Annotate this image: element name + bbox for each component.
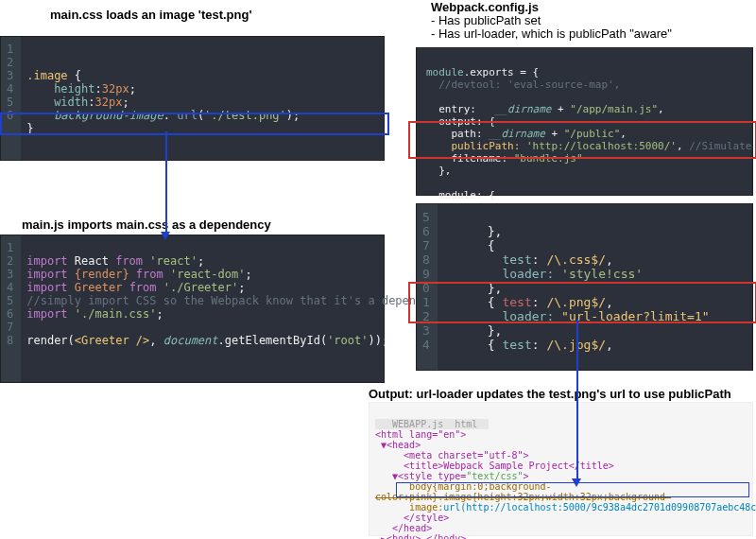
gutter-js: 1 2 3 4 5 6 7 8 bbox=[1, 235, 21, 382]
css-prop: background-image bbox=[26, 109, 163, 122]
caption-output: Output: url-loader updates the test.png'… bbox=[369, 387, 731, 401]
lineno: 1 bbox=[7, 43, 13, 56]
lineno: 6 bbox=[7, 109, 13, 122]
lineno: 2 bbox=[422, 309, 430, 323]
output-titlebar: WEBAPP.js html bbox=[375, 419, 489, 429]
lineno: 3 bbox=[422, 323, 430, 338]
js-comment: //simply import CSS so the Webpack know … bbox=[26, 294, 450, 307]
code-webpack-top: module.exports = { //devtool: 'eval-sour… bbox=[417, 48, 756, 195]
caption-webpack-b1: - Has publicPath set bbox=[431, 13, 541, 27]
lineno: 4 bbox=[7, 281, 13, 294]
css-prop: height bbox=[26, 82, 94, 96]
lineno: 3 bbox=[7, 268, 13, 281]
lineno: 0 bbox=[422, 281, 430, 295]
editor-output: WEBAPP.js html <html lang="en"> ▼<head> … bbox=[369, 402, 753, 536]
lineno: 2 bbox=[7, 254, 13, 268]
code-output: WEBAPP.js html <html lang="en"> ▼<head> … bbox=[369, 403, 756, 535]
gutter-css: 1 2 3 4 5 6 bbox=[1, 37, 21, 160]
code-js: import React from 'react'; import {rende… bbox=[21, 235, 457, 382]
lineno: 8 bbox=[7, 334, 13, 347]
lineno: 2 bbox=[7, 56, 13, 69]
js-import-css: './main.css' bbox=[68, 307, 157, 321]
editor-webpack-top: module.exports = { //devtool: 'eval-sour… bbox=[416, 47, 753, 196]
lineno: 1 bbox=[7, 241, 13, 254]
lineno: 7 bbox=[7, 321, 13, 334]
gutter-webpack-loaders: 5 6 7 8 9 0 1 2 3 4 bbox=[417, 204, 438, 370]
lineno: 7 bbox=[422, 238, 430, 252]
wp-rule-png-test: /\.png$/ bbox=[546, 295, 606, 309]
lineno: 9 bbox=[422, 267, 430, 281]
lineno: 5 bbox=[7, 96, 13, 109]
editor-css: 1 2 3 4 5 6 .image { height:32px; width:… bbox=[0, 36, 385, 161]
output-final-url: url(http://localhost:5000/9c938a4dc2701d… bbox=[443, 502, 756, 513]
css-url-value: './test.png' bbox=[204, 109, 286, 122]
caption-webpack: Webpack.config.js bbox=[431, 0, 539, 14]
wp-publicpath-key: publicPath: bbox=[426, 140, 520, 152]
caption-js: main.js imports main.css as a dependency bbox=[22, 217, 271, 232]
css-prop: width bbox=[26, 96, 88, 109]
caption-css: main.css loads an image 'test.png' bbox=[50, 8, 252, 22]
arrow-head-icon bbox=[572, 478, 581, 487]
css-selector: .image bbox=[26, 69, 67, 82]
wp-publicpath-val: 'http://localhost:5000/' bbox=[520, 140, 677, 152]
editor-js: 1 2 3 4 5 6 7 8 import React from 'react… bbox=[0, 235, 385, 383]
lineno: 4 bbox=[7, 82, 13, 96]
code-css: .image { height:32px; width:32px; backgr… bbox=[21, 37, 307, 160]
lineno: 6 bbox=[422, 224, 430, 238]
arrow-head-icon bbox=[161, 232, 170, 240]
lineno: 8 bbox=[422, 252, 430, 267]
lineno: 5 bbox=[7, 294, 13, 307]
lineno: 5 bbox=[422, 210, 430, 224]
lineno: 6 bbox=[7, 307, 13, 321]
lineno: 1 bbox=[422, 295, 430, 309]
wp-rule-css-test: /\.css$/ bbox=[546, 252, 606, 267]
wp-comment: //devtool: 'eval-source-map', bbox=[426, 78, 620, 91]
editor-webpack-loaders: 5 6 7 8 9 0 1 2 3 4 }, { test: /\.css$/,… bbox=[416, 203, 753, 371]
lineno: 4 bbox=[422, 338, 430, 352]
caption-webpack-b2: - Has url-loader, which is publicPath "a… bbox=[431, 26, 672, 41]
code-webpack-loaders: }, { test: /\.css$/, loader: 'style!css'… bbox=[438, 204, 717, 370]
lineno: 3 bbox=[7, 69, 13, 82]
wp-rule-url-loader: "url-loader?limit=1" bbox=[554, 309, 709, 323]
